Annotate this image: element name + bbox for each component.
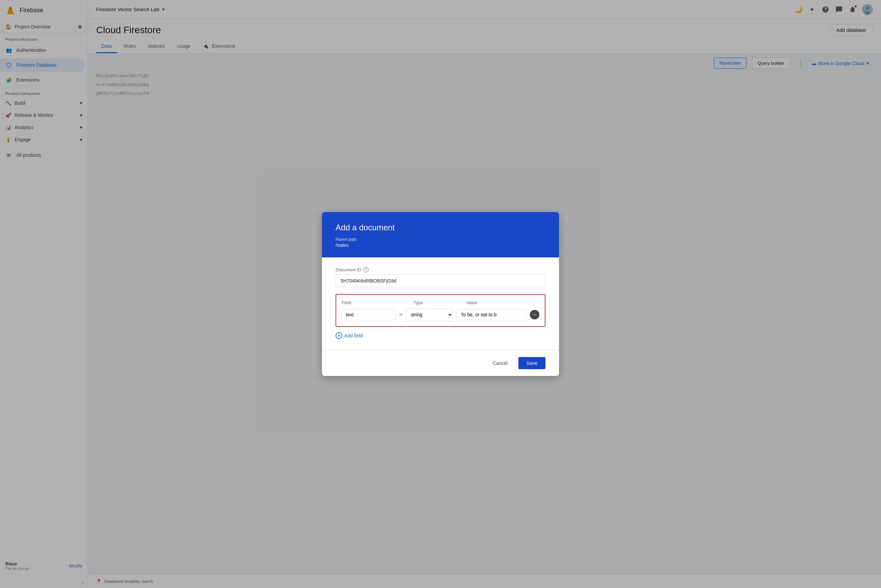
field-col-header: Field <box>342 300 396 305</box>
doc-id-help-icon[interactable]: ? <box>363 267 369 272</box>
dialog-title: Add a document <box>336 223 545 232</box>
dialog-actions: Cancel Save <box>322 350 559 376</box>
add-field-label: Add field <box>345 333 363 338</box>
add-field-plus-icon: + <box>336 332 342 339</box>
equals-sign: = <box>399 312 402 318</box>
save-button[interactable]: Save <box>518 357 545 369</box>
dialog-body: Document ID ? Field Type Value = string <box>322 257 559 350</box>
modal-overlay[interactable]: Add a document Parent path /notes Docume… <box>0 0 881 588</box>
type-col-header: Type <box>414 300 461 305</box>
field-type-select[interactable]: string number boolean map array null tim… <box>406 309 453 321</box>
field-headers: Field Type Value <box>342 300 539 305</box>
fields-container: Field Type Value = string number boolean… <box>336 294 545 327</box>
field-value-input[interactable] <box>456 309 526 320</box>
field-name-input[interactable] <box>342 309 396 320</box>
doc-id-label: Document ID ? <box>336 267 545 272</box>
dialog-header: Add a document Parent path /notes <box>322 212 559 257</box>
document-id-input[interactable] <box>336 274 545 287</box>
dialog-parent-label: Parent path <box>336 237 545 242</box>
add-document-dialog: Add a document Parent path /notes Docume… <box>322 212 559 376</box>
field-row: = string number boolean map array null t… <box>342 309 539 321</box>
cancel-button[interactable]: Cancel <box>486 357 514 369</box>
add-field-button[interactable]: + Add field <box>336 331 363 340</box>
value-col-header: Value <box>466 300 539 305</box>
dialog-parent-path: /notes <box>336 243 545 248</box>
remove-field-button[interactable]: − <box>530 310 539 320</box>
